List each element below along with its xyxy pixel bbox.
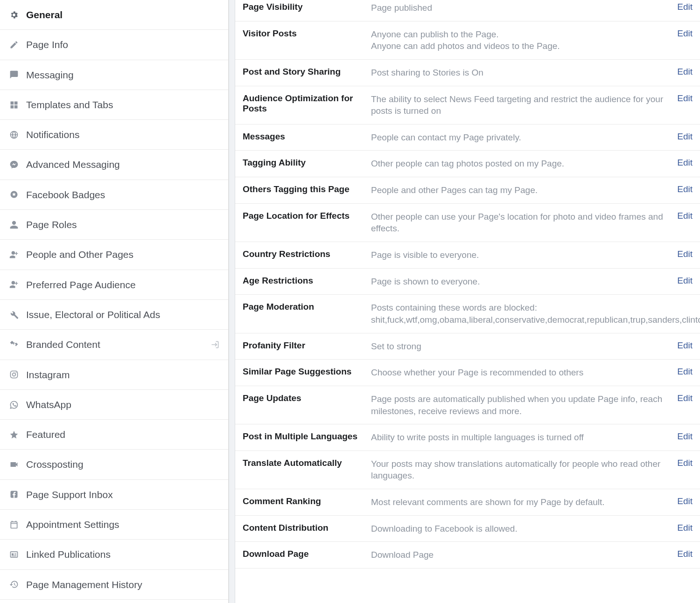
edit-link[interactable]: Edit xyxy=(677,211,693,221)
setting-label: Country Restrictions xyxy=(243,249,371,259)
sidebar-item-advanced-messaging[interactable]: Advanced Messaging xyxy=(0,150,228,180)
edit-link[interactable]: Edit xyxy=(677,93,693,104)
gear-icon xyxy=(8,9,20,21)
edit-link[interactable]: Edit xyxy=(677,340,693,351)
sidebar-item-appointment-settings[interactable]: Appointment Settings xyxy=(0,510,228,540)
setting-row: Content DistributionDownloading to Faceb… xyxy=(235,516,700,542)
edit-link[interactable]: Edit xyxy=(677,276,693,286)
setting-description: Other people can tag photos posted on my… xyxy=(371,158,677,170)
person-icon xyxy=(8,219,20,230)
setting-label: Tagging Ability xyxy=(243,158,371,168)
setting-label: Post in Multiple Languages xyxy=(243,431,371,442)
sidebar-item-general[interactable]: General xyxy=(0,0,228,30)
sidebar-item-label: Appointment Settings xyxy=(26,518,119,531)
setting-row: Visitor PostsAnyone can publish to the P… xyxy=(235,21,700,60)
setting-description: Posts containing these words are blocked… xyxy=(371,302,700,326)
sidebar-item-page-management-history[interactable]: Page Management History xyxy=(0,570,228,600)
setting-row: Age RestrictionsPage is shown to everyon… xyxy=(235,269,700,295)
setting-description: Set to strong xyxy=(371,340,677,353)
fb-icon xyxy=(8,489,20,500)
messenger-icon xyxy=(8,159,20,170)
setting-row: Tagging AbilityOther people can tag phot… xyxy=(235,151,700,177)
sidebar-item-page-info[interactable]: Page Info xyxy=(0,30,228,60)
setting-description: Page published xyxy=(371,2,677,14)
sidebar-item-label: Instagram xyxy=(26,368,70,381)
sidebar-item-label: Featured xyxy=(26,428,65,441)
setting-description: Your posts may show translations automat… xyxy=(371,458,677,482)
person-plus-icon xyxy=(8,249,20,260)
setting-description: Page is visible to everyone. xyxy=(371,249,677,261)
sidebar-item-crossposting[interactable]: Crossposting xyxy=(0,450,228,479)
setting-label: Messages xyxy=(243,132,371,142)
setting-description: Anyone can publish to the Page.Anyone ca… xyxy=(371,28,677,52)
edit-link[interactable]: Edit xyxy=(677,523,693,533)
edit-link[interactable]: Edit xyxy=(677,28,693,39)
setting-row: MessagesPeople can contact my Page priva… xyxy=(235,125,700,151)
edit-link[interactable]: Edit xyxy=(677,496,693,506)
sidebar-item-preferred-page-audience[interactable]: Preferred Page Audience xyxy=(0,270,228,300)
globe-icon xyxy=(8,129,20,140)
edit-link[interactable]: Edit xyxy=(677,2,693,12)
setting-label: Similar Page Suggestions xyxy=(243,367,371,377)
svg-point-2 xyxy=(13,373,16,376)
setting-description: Post sharing to Stories is On xyxy=(371,67,677,79)
sidebar-item-instagram[interactable]: Instagram xyxy=(0,360,228,390)
sidebar-item-people-and-other-pages[interactable]: People and Other Pages xyxy=(0,240,228,270)
sidebar-item-templates-and-tabs[interactable]: Templates and Tabs xyxy=(0,90,228,120)
setting-label: Page Moderation xyxy=(243,302,371,312)
sidebar-item-label: Facebook Badges xyxy=(26,188,105,201)
settings-content: Page VisibilityPage publishedEditVisitor… xyxy=(235,0,700,603)
edit-link[interactable]: Edit xyxy=(677,158,693,168)
edit-link[interactable]: Edit xyxy=(677,458,693,468)
handshake-icon xyxy=(8,339,20,350)
setting-description: Choose whether your Page is recommended … xyxy=(371,367,677,379)
edit-link[interactable]: Edit xyxy=(677,132,693,142)
setting-row: Country RestrictionsPage is visible to e… xyxy=(235,242,700,269)
star-icon xyxy=(8,429,20,440)
person-plus-icon xyxy=(8,279,20,290)
sidebar-item-messaging[interactable]: Messaging xyxy=(0,60,228,90)
edit-link[interactable]: Edit xyxy=(677,67,693,77)
sidebar-item-notifications[interactable]: Notifications xyxy=(0,120,228,150)
history-icon xyxy=(8,579,20,590)
setting-description: Downloading to Facebook is allowed. xyxy=(371,523,677,535)
sidebar-item-featured[interactable]: Featured xyxy=(0,420,228,450)
setting-description: Most relevant comments are shown for my … xyxy=(371,496,677,508)
setting-label: Profanity Filter xyxy=(243,340,371,351)
setting-row: Similar Page SuggestionsChoose whether y… xyxy=(235,360,700,386)
sidebar-item-branded-content[interactable]: Branded Content xyxy=(0,330,228,360)
whatsapp-icon xyxy=(8,399,20,410)
setting-row: Profanity FilterSet to strongEdit xyxy=(235,333,700,360)
sidebar-item-page-roles[interactable]: Page Roles xyxy=(0,210,228,240)
edit-link[interactable]: Edit xyxy=(677,549,693,559)
edit-link[interactable]: Edit xyxy=(677,249,693,259)
setting-description: Page is shown to everyone. xyxy=(371,276,677,288)
sidebar-item-whatsapp[interactable]: WhatsApp xyxy=(0,390,228,420)
setting-label: Page Updates xyxy=(243,393,371,403)
edit-link[interactable]: Edit xyxy=(677,431,693,442)
setting-label: Page Visibility xyxy=(243,2,371,12)
settings-sidebar: GeneralPage InfoMessagingTemplates and T… xyxy=(0,0,229,603)
setting-row: Page ModerationPosts containing these wo… xyxy=(235,295,700,333)
setting-description: People and other Pages can tag my Page. xyxy=(371,184,677,196)
edit-link[interactable]: Edit xyxy=(677,367,693,377)
setting-label: Page Location for Effects xyxy=(243,211,371,221)
sidebar-item-label: Page Support Inbox xyxy=(26,488,113,501)
setting-row: Post in Multiple LanguagesAbility to wri… xyxy=(235,424,700,451)
setting-description: Download Page xyxy=(371,549,677,561)
sidebar-item-issue-electoral-or-political-ads[interactable]: Issue, Electoral or Political Ads xyxy=(0,300,228,330)
setting-row: Download PageDownload PageEdit xyxy=(235,542,700,568)
setting-description: People can contact my Page privately. xyxy=(371,132,677,144)
sidebar-item-label: Messaging xyxy=(26,69,74,81)
sidebar-item-label: Crossposting xyxy=(26,458,84,471)
sidebar-item-facebook-badges[interactable]: Facebook Badges xyxy=(0,180,228,210)
sidebar-item-label: Page Roles xyxy=(26,218,77,231)
edit-link[interactable]: Edit xyxy=(677,184,693,194)
exit-icon xyxy=(210,340,220,349)
sidebar-item-page-support-inbox[interactable]: Page Support Inbox xyxy=(0,480,228,510)
edit-link[interactable]: Edit xyxy=(677,393,693,403)
sidebar-item-linked-publications[interactable]: Linked Publications xyxy=(0,540,228,569)
calendar-icon xyxy=(8,519,20,530)
sidebar-item-label: Notifications xyxy=(26,128,79,141)
instagram-icon xyxy=(8,369,20,380)
